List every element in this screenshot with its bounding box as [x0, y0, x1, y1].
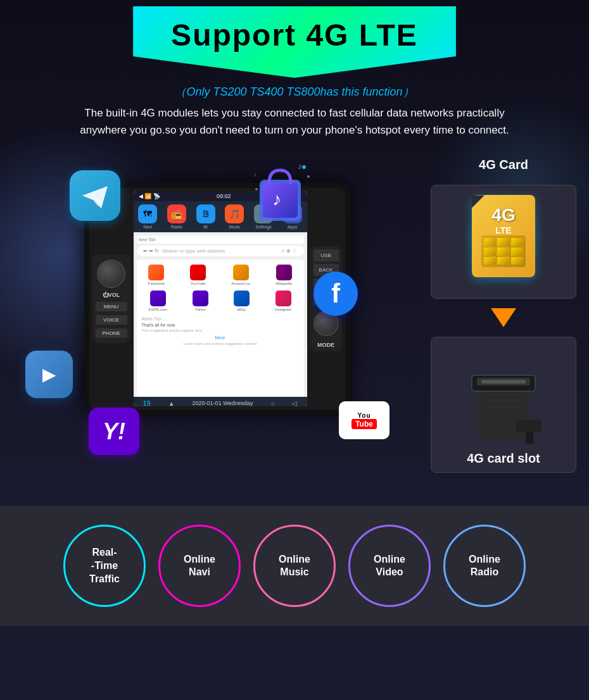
feature-label-1: Real- -Time Traffic [89, 546, 120, 585]
browser-bar[interactable]: ⬅ ➡ ↻ Search or type web address ☆ ⊕ ⋮ [137, 246, 304, 256]
volume-knob[interactable] [97, 259, 125, 288]
video-player-icon: ▶ [25, 351, 73, 398]
facebook-icon: f [314, 272, 358, 316]
svg-rect-15 [481, 380, 526, 384]
feature-real-time-traffic: Real- -Time Traffic [63, 525, 146, 607]
date-display: 2020-01-01 Wednesday [193, 400, 253, 406]
svg-marker-0 [82, 186, 108, 208]
sim-lte-label: LTE [481, 225, 526, 235]
clock: 09:02 [217, 193, 231, 199]
feature-label-2: Online Navi [184, 553, 215, 580]
sim-4g-label: 4G [481, 205, 526, 225]
music-bag-decoration: ♪ ♪ ♪ [250, 158, 320, 230]
nav-bt[interactable]: 𝔹 Bt [196, 204, 215, 229]
nav-triangle-back: ◁ [292, 400, 297, 407]
top-section: Support 4G LTE （Only TS200 TS400 TS800ha… [0, 0, 589, 493]
vol-label: ⏻VOL [103, 292, 120, 298]
arrow-down [491, 308, 516, 327]
banner-title: Support 4G LTE [171, 18, 418, 53]
svg-rect-14 [526, 432, 533, 444]
nav-circle: ○ [270, 400, 274, 407]
feature-online-navi: Online Navi [158, 525, 241, 607]
svg-text:♪: ♪ [253, 171, 256, 178]
screen-content: New Tab ⬅ ➡ ↻ Search or type web address… [134, 232, 307, 397]
status-icons: ◀ 📶 📡 [139, 193, 160, 199]
svg-point-7 [255, 188, 258, 191]
mode-label: MODE [314, 342, 339, 348]
sim-text: 4G LTE [481, 205, 526, 267]
youtube-icon: You Tube [339, 401, 390, 439]
voice-button[interactable]: VOICE [96, 315, 127, 325]
main-content: ▶ ♪ [0, 151, 589, 480]
card-label: 4G Card [431, 158, 576, 172]
svg-rect-13 [516, 420, 542, 432]
feature-online-radio: Online Radio [443, 525, 526, 607]
card-slot-svg [453, 344, 554, 445]
svg-point-5 [302, 165, 306, 169]
sim-card: 4G LTE [472, 195, 535, 277]
left-content: ▶ ♪ [13, 158, 421, 474]
browser-content: Facebook YouTube Amazon.co [137, 259, 304, 397]
svg-text:♪: ♪ [272, 189, 281, 209]
subtitle: （Only TS200 TS400 TS800has this function… [13, 84, 576, 99]
bottom-section: Real- -Time Traffic Online Navi Online M… [0, 506, 589, 626]
svg-text:♪: ♪ [298, 161, 302, 171]
banner-shape: Support 4G LTE [133, 6, 456, 78]
telegram-icon [70, 170, 120, 221]
menu-button[interactable]: MENU [96, 302, 127, 311]
sim-card-box: 4G LTE [431, 185, 576, 299]
left-panel: ⏻VOL MENU VOICE PHONE [92, 254, 130, 343]
feature-label-5: Online Radio [469, 553, 500, 580]
nav-radio[interactable]: 📻 Radio [167, 204, 186, 229]
sim-chips [481, 235, 526, 267]
usb-button[interactable]: USB [314, 249, 339, 261]
header-banner: Support 4G LTE [0, 0, 589, 78]
bottom-bar: 19 ▲ 2020-01-01 Wednesday ○ ◁ [134, 397, 307, 406]
feature-label-4: Online Video [374, 553, 405, 580]
feature-online-music: Online Music [253, 525, 336, 607]
right-content: 4G Card 4G LTE [431, 158, 576, 473]
nav-music[interactable]: 🎵 Music [225, 204, 244, 229]
feature-label-3: Online Music [279, 553, 310, 580]
feature-online-video: Online Video [348, 525, 431, 607]
nav-triangle-up: ▲ [168, 400, 175, 407]
day-number: 19 [143, 399, 151, 406]
phone-button[interactable]: PHONE [96, 328, 127, 338]
description: The built-in 4G modules lets you stay co… [76, 104, 513, 139]
card-slot-box: 4G card slot [431, 337, 576, 473]
svg-point-6 [307, 175, 310, 178]
nav-navi[interactable]: 🗺 Navi [138, 204, 157, 229]
yahoo-icon: Y! [89, 408, 139, 455]
slot-label: 4G card slot [467, 451, 540, 466]
